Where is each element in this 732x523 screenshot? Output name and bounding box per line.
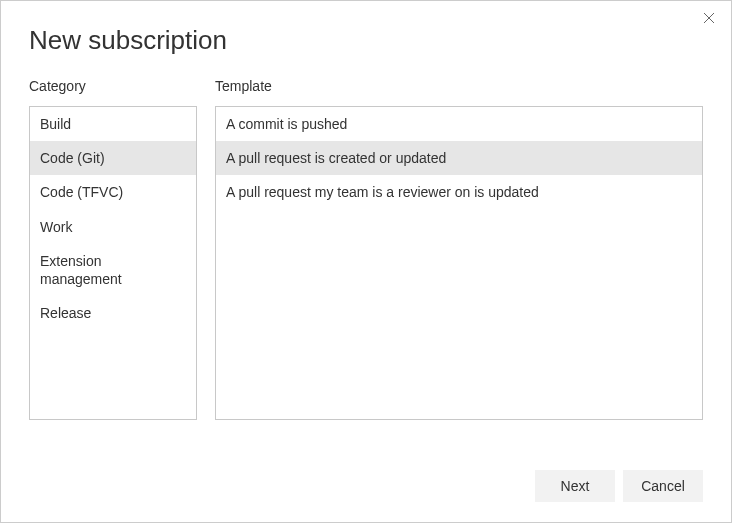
list-item-label: Work — [40, 219, 72, 235]
list-item-label: A commit is pushed — [226, 116, 347, 132]
dialog-content: Category Build Code (Git) Code (TFVC) Wo… — [1, 78, 731, 420]
template-column: Template A commit is pushed A pull reque… — [215, 78, 703, 420]
template-item-pr-created-updated[interactable]: A pull request is created or updated — [216, 141, 702, 175]
list-item-label: Build — [40, 116, 71, 132]
list-item-label: Code (TFVC) — [40, 184, 123, 200]
cancel-button[interactable]: Cancel — [623, 470, 703, 502]
category-item-extension-management[interactable]: Extension management — [30, 244, 196, 296]
list-item-label: Code (Git) — [40, 150, 105, 166]
category-column: Category Build Code (Git) Code (TFVC) Wo… — [29, 78, 197, 420]
list-item-label: A pull request my team is a reviewer on … — [226, 184, 539, 200]
close-icon — [703, 10, 715, 28]
category-item-code-tfvc[interactable]: Code (TFVC) — [30, 175, 196, 209]
dialog-footer: Next Cancel — [535, 470, 703, 502]
category-item-release[interactable]: Release — [30, 296, 196, 330]
category-label: Category — [29, 78, 197, 94]
category-item-code-git[interactable]: Code (Git) — [30, 141, 196, 175]
list-item-label: Extension management — [40, 253, 122, 287]
template-label: Template — [215, 78, 703, 94]
list-item-label: A pull request is created or updated — [226, 150, 446, 166]
template-item-commit-pushed[interactable]: A commit is pushed — [216, 107, 702, 141]
list-item-label: Release — [40, 305, 91, 321]
dialog-title: New subscription — [1, 1, 731, 78]
template-listbox[interactable]: A commit is pushed A pull request is cre… — [215, 106, 703, 420]
close-button[interactable] — [701, 11, 717, 27]
template-item-pr-team-reviewer-updated[interactable]: A pull request my team is a reviewer on … — [216, 175, 702, 209]
category-listbox[interactable]: Build Code (Git) Code (TFVC) Work Extens… — [29, 106, 197, 420]
next-button[interactable]: Next — [535, 470, 615, 502]
category-item-build[interactable]: Build — [30, 107, 196, 141]
category-item-work[interactable]: Work — [30, 210, 196, 244]
